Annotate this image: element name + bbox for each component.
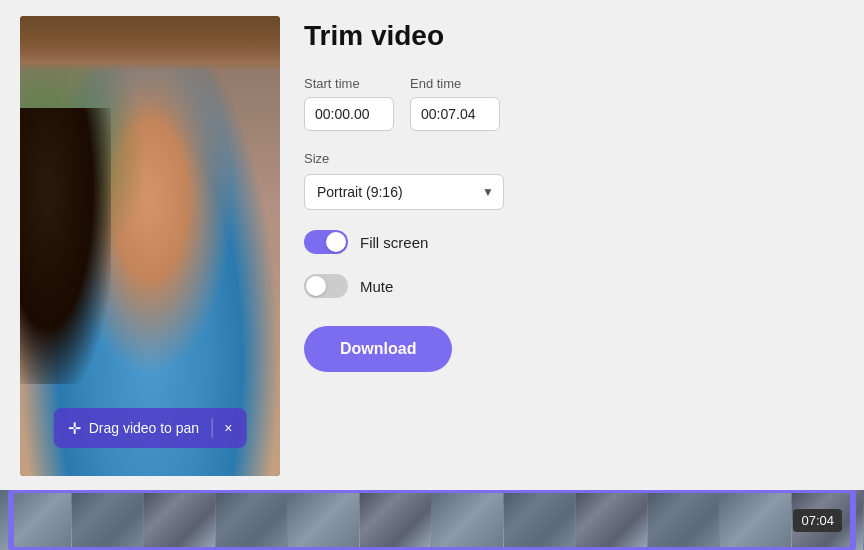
timeline-frame [648,490,720,550]
timeline-frame [216,490,288,550]
timeline-frame [576,490,648,550]
end-time-label: End time [410,76,500,91]
drag-close-button[interactable]: × [224,420,232,436]
timeline-frame [72,490,144,550]
move-icon: ✛ [68,419,81,438]
video-container: ✛ Drag video to pan × [20,16,280,476]
timeline-frame [504,490,576,550]
start-time-input[interactable] [304,97,394,131]
video-preview-area: ✛ Drag video to pan × [20,16,280,476]
timeline-frames [0,490,864,550]
size-label: Size [304,151,844,166]
mute-label: Mute [360,278,393,295]
drag-text: Drag video to pan [89,420,200,436]
timeline-frame [360,490,432,550]
mute-toggle[interactable] [304,274,348,298]
end-time-field: End time [410,76,500,131]
timeline-border-top [14,490,850,493]
timeline-frame [144,490,216,550]
start-time-label: Start time [304,76,394,91]
mute-row: Mute [304,274,844,298]
fill-screen-row: Fill screen [304,230,844,254]
end-time-input[interactable] [410,97,500,131]
time-row: Start time End time [304,76,844,131]
size-section: Size Portrait (9:16) Landscape (16:9) Sq… [304,151,844,210]
timeline-frame [720,490,792,550]
timeline-handle-left[interactable] [8,490,14,550]
controls-panel: Trim video Start time End time Size Port… [304,16,844,372]
start-time-field: Start time [304,76,394,131]
toggle-knob [326,232,346,252]
timeline-strip[interactable]: 07:04 [0,490,864,550]
fill-screen-label: Fill screen [360,234,428,251]
timeline-frame [288,490,360,550]
toggle-track [304,230,348,254]
fill-screen-toggle[interactable] [304,230,348,254]
download-button[interactable]: Download [304,326,452,372]
drag-banner[interactable]: ✛ Drag video to pan × [54,408,247,448]
timeline-handle-right[interactable] [850,490,856,550]
timeline-frame [432,490,504,550]
drag-divider [211,418,212,438]
size-select[interactable]: Portrait (9:16) Landscape (16:9) Square … [304,174,504,210]
timeline-timestamp: 07:04 [793,509,842,532]
page-title: Trim video [304,20,844,52]
size-select-wrapper: Portrait (9:16) Landscape (16:9) Square … [304,174,504,210]
mute-toggle-track [304,274,348,298]
mute-toggle-knob [306,276,326,296]
video-person [20,16,280,476]
